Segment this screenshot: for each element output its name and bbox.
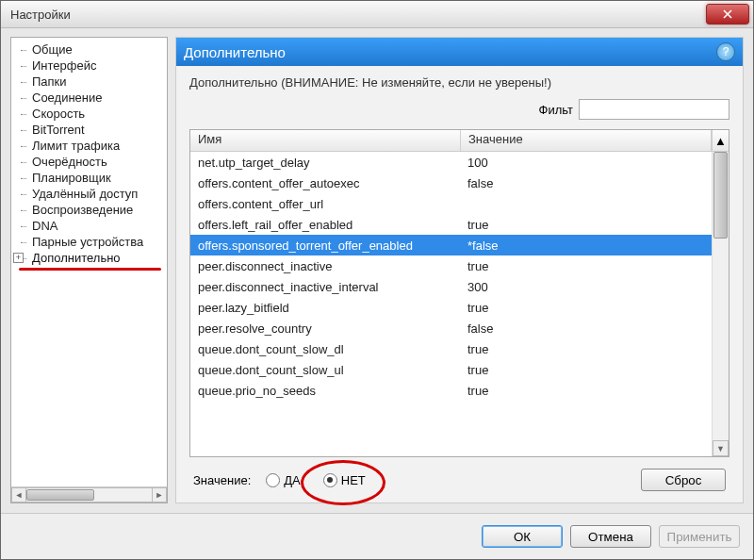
table-row[interactable]: peer.resolve_countryfalse <box>190 318 729 338</box>
filter-row: Фильт <box>189 99 729 120</box>
tree-item-label: Парные устройства <box>32 235 143 249</box>
scroll-down-icon[interactable]: ▼ <box>713 440 729 456</box>
cell-name: peer.disconnect_inactive_interval <box>190 280 460 294</box>
cell-value: true <box>460 301 729 315</box>
ok-button[interactable]: ОК <box>482 525 563 548</box>
content-panel: Дополнительно ? Дополнительно (ВНИМАНИЕ:… <box>175 37 744 503</box>
cell-name: offers.sponsored_torrent_offer_enabled <box>190 239 460 253</box>
tree-item-10[interactable]: Воспроизведение <box>11 202 167 218</box>
radio-no[interactable]: НЕТ <box>323 473 366 487</box>
col-name[interactable]: Имя <box>190 130 461 151</box>
table-header: Имя Значение ▲ <box>190 130 729 152</box>
cell-value: true <box>460 384 729 398</box>
tree-item-label: Соединение <box>32 91 103 105</box>
tree-item-6[interactable]: Лимит трафика <box>11 138 167 154</box>
titlebar: Настройки <box>1 1 753 28</box>
table-row[interactable]: peer.lazy_bitfieldtrue <box>190 297 729 318</box>
value-label: Значение: <box>193 473 251 487</box>
table-row[interactable]: offers.sponsored_torrent_offer_enabled*f… <box>190 235 729 255</box>
window-title: Настройки <box>10 8 706 22</box>
table-row[interactable]: offers.content_offer_autoexecfalse <box>190 173 729 193</box>
table-row[interactable]: net.utp_target_delay100 <box>190 152 729 173</box>
table-row[interactable]: queue.dont_count_slow_ultrue <box>190 359 729 380</box>
table-body: net.utp_target_delay100offers.content_of… <box>190 152 729 456</box>
tree-item-label: Общие <box>32 42 73 57</box>
tree-h-scrollbar[interactable]: ◄ ► <box>11 486 167 502</box>
cell-name: queue.prio_no_seeds <box>190 384 460 398</box>
scroll-thumb[interactable] <box>26 489 94 501</box>
tree-item-0[interactable]: Общие <box>11 41 167 58</box>
table-row[interactable]: peer.disconnect_inactivetrue <box>190 255 729 276</box>
tree-item-label: Удалённый доступ <box>32 187 138 201</box>
cancel-button[interactable]: Отмена <box>570 525 651 548</box>
filter-label: Фильт <box>539 103 573 117</box>
cell-value: true <box>460 363 729 377</box>
cell-name: peer.disconnect_inactive <box>190 259 460 273</box>
tree-item-label: Воспроизведение <box>32 203 133 217</box>
dialog-buttons: ОК Отмена Применить <box>1 513 753 559</box>
cell-value: false <box>460 321 729 336</box>
dialog-body: ОбщиеИнтерфейсПапкиСоединениеСкоростьBit… <box>1 27 753 559</box>
cell-value: true <box>460 218 729 232</box>
tree-item-3[interactable]: Соединение <box>11 90 167 106</box>
tree-item-2[interactable]: Папки <box>11 74 167 90</box>
value-radio-group: ДА НЕТ <box>266 473 365 487</box>
cell-name: offers.left_rail_offer_enabled <box>190 218 460 232</box>
radio-icon <box>323 473 337 487</box>
panel-header: Дополнительно ? <box>176 38 743 66</box>
scroll-right-icon[interactable]: ► <box>152 487 167 502</box>
radio-no-label: НЕТ <box>341 473 366 487</box>
col-value[interactable]: Значение <box>461 130 712 151</box>
tree-item-1[interactable]: Интерфейс <box>11 58 167 74</box>
cell-name: queue.dont_count_slow_dl <box>190 342 460 356</box>
table-row[interactable]: queue.dont_count_slow_dltrue <box>190 338 729 359</box>
cell-value: 300 <box>460 280 729 294</box>
reset-button[interactable]: Сброс <box>641 469 726 491</box>
close-button[interactable] <box>706 4 749 25</box>
tree-item-12[interactable]: Парные устройства <box>11 234 167 250</box>
filter-input[interactable] <box>579 99 729 120</box>
tree-item-9[interactable]: Удалённый доступ <box>11 186 167 202</box>
cell-value: 100 <box>460 156 729 170</box>
cell-value: true <box>460 342 729 356</box>
tree-item-13[interactable]: +Дополнительно <box>11 250 167 266</box>
table-row[interactable]: offers.left_rail_offer_enabledtrue <box>190 214 729 235</box>
radio-icon <box>266 473 280 487</box>
tree-item-label: Очерёдность <box>32 155 107 169</box>
cell-name: peer.lazy_bitfield <box>190 301 460 315</box>
apply-button: Применить <box>659 525 740 548</box>
tree-item-11[interactable]: DNA <box>11 218 167 234</box>
table-row[interactable]: offers.content_offer_url <box>190 193 729 214</box>
help-icon[interactable]: ? <box>716 42 735 61</box>
scroll-track[interactable] <box>26 487 152 502</box>
radio-yes-label: ДА <box>284 473 300 487</box>
scroll-thumb[interactable] <box>713 152 728 239</box>
cell-value: *false <box>460 239 729 253</box>
tree-item-label: DNA <box>32 219 57 233</box>
highlight-underline <box>19 268 161 271</box>
tree-item-label: Лимит трафика <box>32 139 120 153</box>
scroll-left-icon[interactable]: ◄ <box>11 487 26 502</box>
table-v-scrollbar[interactable]: ▼ <box>712 152 729 456</box>
tree-item-label: Папки <box>32 74 67 89</box>
tree-item-label: Скорость <box>32 107 85 121</box>
expand-icon[interactable]: + <box>13 253 24 263</box>
category-tree: ОбщиеИнтерфейсПапкиСоединениеСкоростьBit… <box>10 37 168 503</box>
table-row[interactable]: queue.prio_no_seedstrue <box>190 380 729 401</box>
tree-item-label: Дополнительно <box>32 251 121 265</box>
advanced-table: Имя Значение ▲ net.utp_target_delay100of… <box>189 129 729 457</box>
settings-window: Настройки ОбщиеИнтерфейсПапкиСоединениеС… <box>0 0 754 560</box>
value-editor-row: Значение: ДА НЕТ Сброс <box>189 457 729 495</box>
panel-inner: Дополнительно (ВНИМАНИЕ: Не изменяйте, е… <box>176 66 743 502</box>
scroll-up-icon[interactable]: ▲ <box>712 130 729 151</box>
tree-item-7[interactable]: Очерёдность <box>11 154 167 170</box>
tree-item-4[interactable]: Скорость <box>11 106 167 122</box>
tree-item-5[interactable]: BitTorrent <box>11 122 167 138</box>
cell-name: net.utp_target_delay <box>190 156 460 170</box>
tree-item-label: Планировщик <box>32 171 111 185</box>
cell-name: offers.content_offer_autoexec <box>190 176 460 190</box>
tree-item-8[interactable]: Планировщик <box>11 170 167 186</box>
cell-name: queue.dont_count_slow_ul <box>190 363 460 377</box>
radio-yes[interactable]: ДА <box>266 473 300 487</box>
table-row[interactable]: peer.disconnect_inactive_interval300 <box>190 276 729 297</box>
